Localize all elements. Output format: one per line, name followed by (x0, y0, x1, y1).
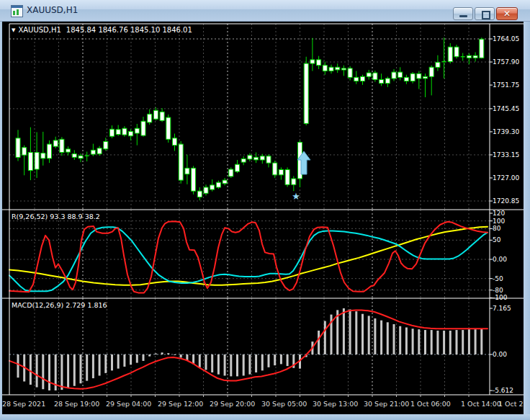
svg-text:80: 80 (493, 225, 501, 232)
svg-text:29 Sep 12:00: 29 Sep 12:00 (158, 400, 203, 408)
svg-text:1764.05: 1764.05 (493, 35, 519, 43)
svg-text:1739.30: 1739.30 (493, 128, 519, 135)
svg-text:0.00: 0.00 (493, 351, 507, 358)
svg-text:0.00: 0.00 (493, 256, 507, 263)
minimize-icon (459, 15, 467, 17)
chart-client-area[interactable]: ★1764.051757.901751.751745.451739.301733… (2, 22, 524, 414)
svg-text:1720.85: 1720.85 (493, 197, 519, 205)
close-icon: ✕ (497, 9, 517, 19)
svg-text:-50: -50 (493, 275, 503, 282)
svg-text:★: ★ (292, 191, 300, 202)
svg-text:-100: -100 (493, 294, 508, 301)
window-title: XAUUSD,H1 (27, 5, 78, 15)
minimize-button[interactable] (453, 7, 473, 20)
svg-text:120: 120 (493, 210, 505, 217)
chart-app-icon (11, 5, 23, 17)
svg-text:30 Sep 13:00: 30 Sep 13:00 (313, 400, 358, 408)
svg-text:29 Sep 20:00: 29 Sep 20:00 (210, 400, 255, 408)
svg-text:30 Sep 21:00: 30 Sep 21:00 (364, 400, 409, 408)
svg-text:30 Sep 05:00: 30 Sep 05:00 (261, 400, 307, 408)
svg-text:100: 100 (493, 218, 505, 225)
svg-text:29 Sep 04:00: 29 Sep 04:00 (106, 400, 151, 408)
svg-text:28 Sep 2021: 28 Sep 2021 (2, 400, 45, 408)
restore-button[interactable] (475, 7, 495, 20)
svg-text:50: 50 (493, 236, 501, 243)
svg-text:1 Oct 14:00: 1 Oct 14:00 (461, 400, 501, 408)
restore-icon (482, 11, 490, 19)
svg-text:1757.90: 1757.90 (493, 58, 519, 66)
svg-text:1751.75: 1751.75 (493, 81, 519, 89)
svg-text:1727.00: 1727.00 (493, 174, 519, 182)
svg-text:1745.45: 1745.45 (493, 105, 519, 112)
metatrader-chart-window: { "window": { "title": "XAUUSD,H1", "ico… (0, 0, 530, 420)
window-border-bottom (0, 414, 530, 420)
svg-text:1 Oct 06:00: 1 Oct 06:00 (410, 400, 451, 408)
close-button[interactable]: ✕ (496, 7, 518, 20)
svg-text:28 Sep 19:00: 28 Sep 19:00 (54, 400, 99, 408)
titlebar[interactable]: XAUUSD,H1 ✕ (0, 0, 530, 22)
svg-text:1733.15: 1733.15 (493, 151, 519, 158)
star-annotation[interactable]: ★ (292, 191, 300, 202)
window-border-right (524, 22, 530, 414)
svg-text:-5.612: -5.612 (493, 387, 513, 394)
chart-canvas[interactable]: ★1764.051757.901751.751745.451739.301733… (2, 22, 524, 414)
svg-text:-80: -80 (493, 287, 503, 294)
svg-text:1 Oct 22:00: 1 Oct 22:00 (498, 400, 524, 408)
svg-text:7.165: 7.165 (493, 305, 511, 312)
window-border-left (0, 22, 2, 414)
